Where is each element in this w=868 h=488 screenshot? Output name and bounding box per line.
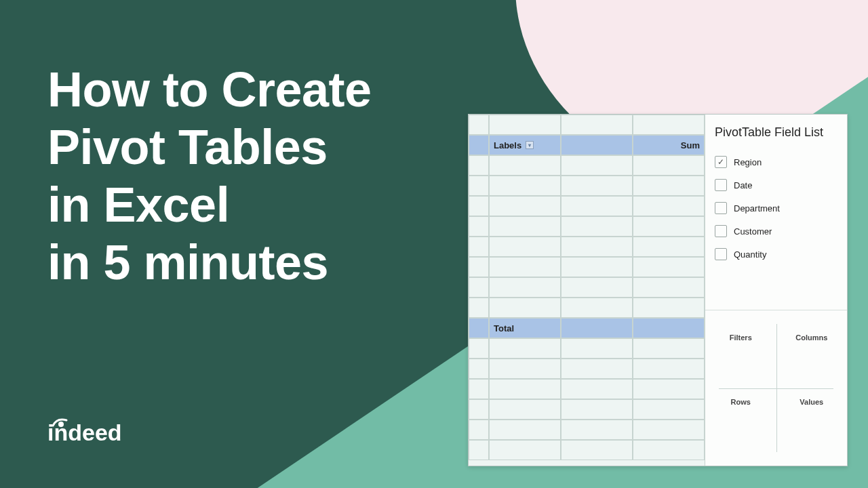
- checkbox-icon[interactable]: [715, 225, 727, 237]
- empty-cell: [561, 420, 633, 440]
- empty-cell: [633, 216, 705, 237]
- svg-text:indeed: indeed: [47, 420, 122, 445]
- empty-cell: [633, 115, 705, 135]
- headline-line: Pivot Tables: [47, 119, 372, 176]
- drop-areas: Filters Columns Rows Values: [705, 310, 847, 466]
- pivot-sum-header: Sum: [633, 135, 705, 155]
- empty-cell: [633, 196, 705, 216]
- excel-mockup: Labels ▾ Sum: [468, 114, 848, 466]
- empty-cell: [489, 379, 561, 399]
- drop-area-values[interactable]: Values: [776, 388, 848, 453]
- row-header: [469, 115, 489, 135]
- empty-cell: [633, 176, 705, 196]
- empty-cell: [633, 237, 705, 257]
- field-label: Quantity: [734, 249, 766, 260]
- empty-cell: [633, 440, 705, 460]
- empty-cell: [489, 359, 561, 379]
- empty-cell: [633, 399, 705, 420]
- empty-cell: [633, 318, 705, 338]
- empty-cell: [489, 440, 561, 460]
- field-list-title: PivotTable Field List: [705, 115, 847, 148]
- empty-cell: [561, 318, 633, 338]
- row-header: [469, 176, 489, 196]
- row-header: [469, 298, 489, 318]
- total-text: Total: [494, 323, 514, 333]
- field-item-customer[interactable]: Customer: [715, 220, 837, 243]
- headline: How to Create Pivot Tables in Excel in 5…: [47, 61, 372, 291]
- empty-cell: [489, 216, 561, 237]
- pivot-labels-header[interactable]: Labels ▾: [489, 135, 561, 155]
- labels-text: Labels: [494, 140, 521, 150]
- checkbox-icon[interactable]: [715, 248, 727, 260]
- dropdown-icon[interactable]: ▾: [526, 141, 534, 149]
- field-item-date[interactable]: Date: [715, 174, 837, 197]
- row-header: [469, 257, 489, 277]
- row-header: [469, 359, 489, 379]
- field-item-department[interactable]: Department: [715, 197, 837, 220]
- field-item-quantity[interactable]: Quantity: [715, 243, 837, 266]
- empty-cell: [561, 135, 633, 155]
- field-label: Region: [734, 157, 762, 167]
- row-header: [469, 155, 489, 176]
- empty-cell: [633, 359, 705, 379]
- row-header: [469, 277, 489, 298]
- row-header: [469, 216, 489, 237]
- field-list: ✓ Region Date Department Customer: [705, 148, 847, 266]
- checkbox-icon[interactable]: [715, 179, 727, 191]
- empty-cell: [489, 277, 561, 298]
- drop-area-filters[interactable]: Filters: [705, 324, 776, 388]
- drop-area-rows[interactable]: Rows: [705, 388, 776, 453]
- empty-cell: [561, 399, 633, 420]
- empty-cell: [561, 359, 633, 379]
- row-header: [469, 379, 489, 399]
- field-label: Customer: [734, 226, 772, 237]
- empty-cell: [489, 237, 561, 257]
- row-header: [469, 237, 489, 257]
- empty-cell: [561, 176, 633, 196]
- empty-cell: [561, 257, 633, 277]
- empty-cell: [561, 115, 633, 135]
- empty-cell: [489, 257, 561, 277]
- empty-cell: [633, 277, 705, 298]
- empty-cell: [561, 298, 633, 318]
- empty-cell: [489, 420, 561, 440]
- empty-cell: [561, 155, 633, 176]
- checkbox-icon[interactable]: [715, 202, 727, 214]
- empty-cell: [561, 379, 633, 399]
- indeed-logo: indeed: [47, 413, 149, 447]
- empty-cell: [489, 399, 561, 420]
- field-item-region[interactable]: ✓ Region: [715, 150, 837, 174]
- row-header: [469, 440, 489, 460]
- row-header: [469, 196, 489, 216]
- sum-text: Sum: [681, 140, 700, 150]
- empty-cell: [561, 237, 633, 257]
- row-header: [469, 338, 489, 359]
- empty-cell: [633, 155, 705, 176]
- empty-cell: [561, 216, 633, 237]
- empty-cell: [561, 338, 633, 359]
- pivot-total-label: Total: [489, 318, 561, 338]
- row-header: [469, 399, 489, 420]
- headline-line: How to Create: [47, 61, 372, 119]
- drop-area-columns[interactable]: Columns: [776, 324, 848, 388]
- empty-cell: [633, 298, 705, 318]
- thumbnail-stage: How to Create Pivot Tables in Excel in 5…: [0, 0, 868, 488]
- empty-cell: [489, 115, 561, 135]
- pivottable-field-list-panel: PivotTable Field List ✓ Region Date Depa…: [705, 115, 847, 466]
- empty-cell: [561, 440, 633, 460]
- empty-cell: [561, 196, 633, 216]
- empty-cell: [489, 338, 561, 359]
- field-label: Department: [734, 203, 780, 214]
- empty-cell: [633, 379, 705, 399]
- empty-cell: [633, 338, 705, 359]
- field-label: Date: [734, 180, 752, 190]
- checkbox-icon[interactable]: ✓: [715, 156, 727, 168]
- empty-cell: [561, 277, 633, 298]
- empty-cell: [489, 176, 561, 196]
- empty-cell: [633, 420, 705, 440]
- headline-line: in Excel: [47, 176, 372, 234]
- worksheet: Labels ▾ Sum: [469, 115, 705, 466]
- row-header: [469, 135, 489, 155]
- row-header: [469, 420, 489, 440]
- empty-cell: [489, 196, 561, 216]
